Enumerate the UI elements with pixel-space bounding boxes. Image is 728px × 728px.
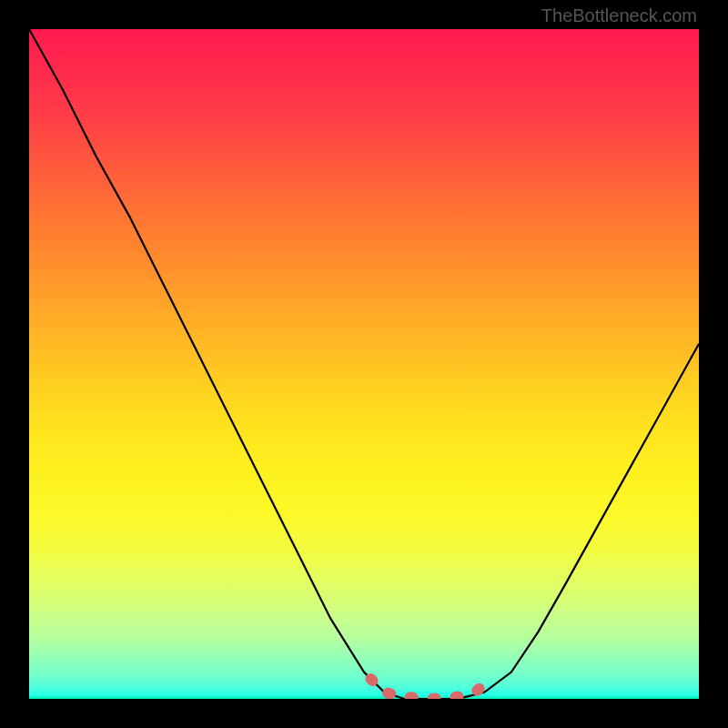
chart-container: TheBottleneck.com xyxy=(0,0,728,728)
curve-svg xyxy=(29,29,699,699)
bottleneck-curve xyxy=(29,29,699,699)
attribution-text: TheBottleneck.com xyxy=(541,5,697,26)
plot-area xyxy=(29,29,699,699)
